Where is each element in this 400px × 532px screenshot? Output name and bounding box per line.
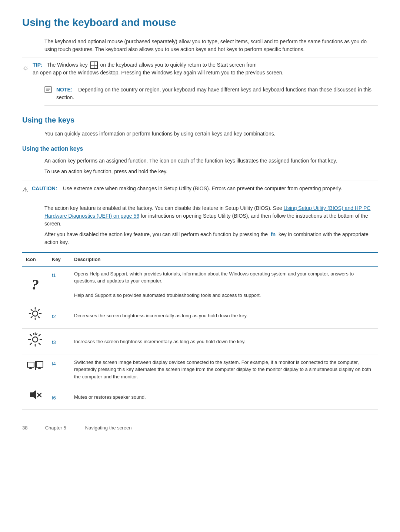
table-row: f4 Switches the screen image between dis… [22, 355, 378, 384]
caution-icon: ⚠ [22, 185, 28, 195]
svg-marker-37 [30, 390, 36, 399]
col-description: Description [70, 252, 378, 266]
footer: 38 Chapter 5 Navigating the screen [22, 421, 378, 432]
section-keys-intro: You can quickly access information or pe… [44, 130, 378, 138]
caution-box: ⚠ CAUTION: Use extreme care when making … [22, 181, 378, 199]
intro-text: The keyboard and optional mouse (purchas… [44, 38, 378, 53]
tip-text-part2: on the keyboard allows you to quickly re… [100, 62, 257, 68]
key-cell-f6: f6 [48, 384, 70, 410]
tip-content: TIP: The Windows key on the keyboard all… [33, 61, 283, 77]
desc-cell-f6: Mutes or restores speaker sound. [70, 384, 378, 410]
icon-brightness-down [29, 307, 42, 320]
fn-key-text: fn [271, 231, 276, 237]
table-row: f6 Mutes or restores speaker sound. [22, 384, 378, 410]
svg-line-16 [38, 310, 39, 311]
svg-rect-1 [91, 62, 94, 65]
svg-line-25 [39, 334, 40, 336]
action-keys-table: Icon Key Description ? f1 Opens Help and… [22, 252, 378, 410]
footer-chapter-title: Navigating the screen [85, 424, 132, 432]
action-bios-block: The action key feature is enabled at the… [44, 204, 378, 246]
icon-brightness-up [28, 332, 42, 347]
page-title: Using the keyboard and mouse [22, 15, 378, 30]
tip-text-part1: The Windows key [47, 62, 87, 68]
action-intro-block: An action key performs an assigned funct… [44, 157, 378, 175]
svg-line-15 [38, 317, 39, 318]
table-row: f3 Increases the screen brightness incre… [22, 328, 378, 355]
tip-icon: ☼ [22, 62, 29, 73]
icon-cell-f1: ? [22, 266, 48, 303]
subsection-action-title: Using the action keys [22, 144, 378, 153]
svg-line-23 [30, 334, 32, 336]
caution-content: CAUTION: Use extreme care when making ch… [32, 185, 342, 193]
table-row: ? f1 Opens Help and Support, which provi… [22, 266, 378, 303]
key-cell-f4: f4 [48, 355, 70, 384]
action-para2: To use an action key function, press and… [44, 168, 378, 175]
note-svg-icon [44, 86, 53, 94]
note-text: Depending on the country or region, your… [56, 87, 371, 100]
section-keys-title: Using the keys [22, 114, 378, 126]
svg-line-26 [30, 343, 32, 345]
key-cell-f1: f1 [48, 266, 70, 303]
table-row: f2 Decreases the screen brightness incre… [22, 303, 378, 328]
action-para1: An action key performs an assigned funct… [44, 157, 378, 165]
footer-chapter: Chapter 5 [45, 424, 66, 432]
tip-line2: an open app or the Windows desktop. Pres… [33, 70, 283, 76]
icon-cell-f2 [22, 303, 48, 328]
icon-cell-f4 [22, 355, 48, 384]
svg-line-28 [33, 333, 34, 334]
svg-line-17 [31, 317, 32, 318]
action-para3: The action key feature is enabled at the… [44, 204, 378, 228]
tip-label: TIP: [33, 62, 42, 68]
svg-rect-34 [36, 361, 43, 367]
col-icon: Icon [22, 252, 48, 266]
desc-cell-f3: Increases the screen brightness incremen… [70, 328, 378, 355]
svg-line-29 [37, 333, 37, 334]
svg-rect-4 [94, 66, 97, 68]
section-keys-intro-block: You can quickly access information or pe… [44, 130, 378, 138]
caution-label: CAUTION: [32, 185, 57, 191]
tip-box: ☼ TIP: The Windows key on the keyboard a… [22, 57, 378, 78]
svg-rect-2 [94, 62, 97, 65]
note-box: NOTE: Depending on the country or region… [44, 82, 378, 106]
col-key: Key [48, 252, 70, 266]
icon-question: ? [31, 276, 39, 293]
note-label: NOTE: [56, 87, 73, 93]
key-cell-f2: f2 [48, 303, 70, 328]
desc-cell-f2: Decreases the screen brightness incremen… [70, 303, 378, 328]
desc-cell-f1: Opens Help and Support, which provides t… [70, 266, 378, 303]
icon-cell-f6 [22, 384, 48, 410]
intro-block: The keyboard and optional mouse (purchas… [44, 38, 378, 53]
windows-key-icon [90, 61, 98, 69]
table-header-row: Icon Key Description [22, 252, 378, 266]
note-icon [44, 86, 53, 97]
key-cell-f3: f3 [48, 328, 70, 355]
icon-mute [29, 388, 42, 401]
svg-line-14 [31, 310, 32, 311]
action-para4: After you have disabled the action key f… [44, 231, 378, 246]
svg-point-18 [33, 337, 38, 342]
svg-rect-3 [91, 66, 94, 68]
desc-cell-f4: Switches the screen image between displa… [70, 355, 378, 384]
svg-rect-30 [27, 362, 34, 367]
icon-display-switch [27, 361, 43, 374]
icon-cell-f3 [22, 328, 48, 355]
svg-line-24 [39, 343, 40, 345]
caution-text: Use extreme care when making changes in … [63, 185, 342, 191]
footer-page-number: 38 [22, 424, 27, 432]
svg-rect-5 [45, 87, 51, 93]
note-content: NOTE: Depending on the country or region… [56, 86, 378, 101]
svg-point-9 [33, 311, 38, 316]
